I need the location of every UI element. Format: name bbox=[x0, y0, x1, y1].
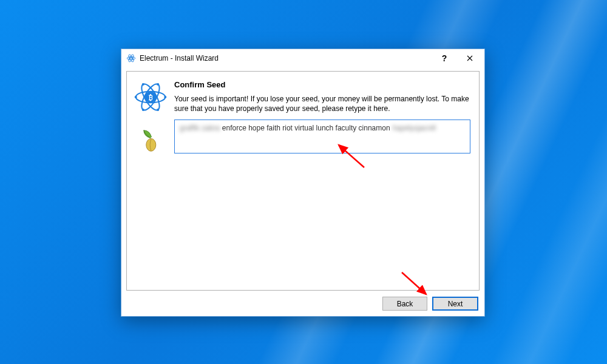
install-wizard-window: B Electrum - Install Wizard ? ₿ bbox=[121, 49, 485, 317]
close-button[interactable] bbox=[456, 49, 483, 67]
seed-input[interactable]: graffik zabra enforce hope faith riot vi… bbox=[174, 120, 470, 153]
svg-point-10 bbox=[164, 96, 166, 98]
seed-redacted-left: graffik zabra bbox=[180, 124, 220, 132]
electrum-logo-icon: ₿ bbox=[134, 80, 168, 114]
titlebar[interactable]: B Electrum - Install Wizard ? bbox=[121, 49, 484, 67]
electrum-icon: B bbox=[126, 53, 136, 63]
page-description: Your seed is important! If you lose your… bbox=[174, 94, 470, 113]
window-title: Electrum - Install Wizard bbox=[140, 54, 219, 62]
svg-text:₿: ₿ bbox=[149, 93, 153, 102]
next-button[interactable]: Next bbox=[432, 297, 478, 311]
svg-point-12 bbox=[157, 83, 159, 86]
page-heading: Confirm Seed bbox=[174, 80, 470, 89]
right-column: Confirm Seed Your seed is important! If … bbox=[174, 72, 479, 290]
content-panel: ₿ bbox=[126, 71, 480, 291]
svg-point-14 bbox=[157, 109, 159, 111]
footer-buttons: Back Next bbox=[382, 297, 478, 311]
seed-sprout-icon bbox=[141, 127, 160, 152]
svg-point-16 bbox=[146, 138, 156, 151]
svg-point-13 bbox=[142, 83, 144, 86]
seed-visible-words: enforce hope faith riot virtual lunch fa… bbox=[222, 124, 390, 132]
left-column: ₿ bbox=[127, 72, 174, 290]
seed-redacted-right: hapelysjacnill bbox=[393, 124, 436, 132]
svg-point-11 bbox=[135, 96, 137, 98]
svg-point-15 bbox=[142, 109, 144, 111]
help-button[interactable]: ? bbox=[433, 49, 456, 67]
back-button[interactable]: Back bbox=[382, 297, 427, 311]
